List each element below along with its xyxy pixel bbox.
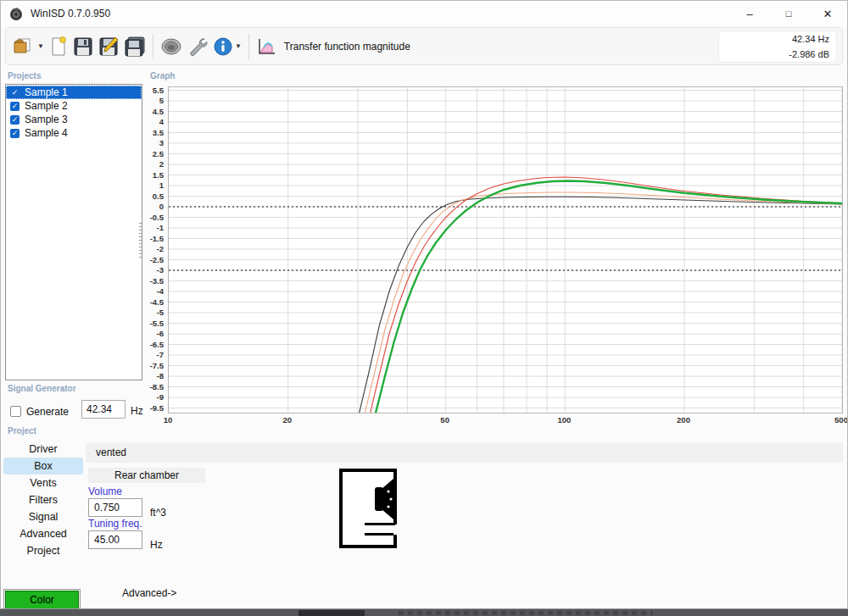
toolbar: ▼ xyxy=(5,27,843,65)
maximize-button[interactable]: □ xyxy=(769,1,808,26)
x-tick-label: 100 xyxy=(550,415,578,425)
info-icon xyxy=(213,36,233,57)
app-icon xyxy=(9,7,24,21)
new-project-button[interactable] xyxy=(47,32,70,61)
open-folder-icon xyxy=(14,36,36,57)
port-line-top xyxy=(365,523,395,525)
nav-item-driver[interactable]: Driver xyxy=(3,441,83,458)
box-type-field[interactable]: vented xyxy=(86,442,843,463)
y-tick-label: 5.5 xyxy=(142,86,164,95)
tuning-freq-input[interactable] xyxy=(88,530,142,549)
title-bar: WinISD 0.7.0.950 – □ ✕ xyxy=(1,1,847,26)
y-tick-label: 1 xyxy=(142,180,164,190)
y-tick-label: 0 xyxy=(142,202,164,211)
nav-item-signal[interactable]: Signal xyxy=(3,508,83,525)
volume-label: Volume xyxy=(88,486,122,497)
y-tick-label: -2.5 xyxy=(142,255,164,264)
toolbar-separator xyxy=(248,34,249,59)
y-tick-label: 1.5 xyxy=(142,170,164,180)
x-tick-label: 50 xyxy=(431,415,460,425)
plot-type-button[interactable] xyxy=(254,32,279,61)
y-tick-label: -1.5 xyxy=(142,234,164,243)
plot-type-label[interactable]: Transfer function magnitude xyxy=(284,41,410,53)
nav-item-advanced[interactable]: Advanced xyxy=(3,525,83,542)
info-dropdown-caret[interactable]: ▼ xyxy=(235,42,242,50)
y-tick-label: -7 xyxy=(142,350,164,359)
project-list-item[interactable]: ✓Sample 1 xyxy=(6,86,142,99)
save-icon xyxy=(73,36,93,57)
app-window: WinISD 0.7.0.950 – □ ✕ ▼ xyxy=(0,0,848,609)
y-tick-label: -6.5 xyxy=(142,340,164,349)
open-dropdown-caret[interactable]: ▼ xyxy=(37,42,44,50)
generator-frequency-input[interactable] xyxy=(81,400,126,419)
y-tick-label: -8 xyxy=(142,371,164,380)
y-tick-label: -3.5 xyxy=(142,276,164,286)
generate-label: Generate xyxy=(26,406,69,418)
driver-icon xyxy=(160,36,182,57)
toolbar-separator xyxy=(153,34,153,59)
tools-button[interactable] xyxy=(185,32,210,61)
project-checkbox[interactable]: ✓ xyxy=(10,115,20,125)
y-tick-label: -9 xyxy=(142,392,164,402)
tuning-freq-unit: Hz xyxy=(150,539,163,551)
cursor-frequency: 42.34 Hz xyxy=(726,34,829,44)
y-tick-label: -4 xyxy=(142,286,164,296)
nav-item-vents[interactable]: Vents xyxy=(3,474,83,491)
y-tick-label: -5 xyxy=(142,308,164,317)
y-tick-label: 2 xyxy=(142,159,164,169)
project-section-label: Project xyxy=(8,426,36,436)
y-tick-label: -9.5 xyxy=(142,403,164,413)
save-as-button[interactable] xyxy=(96,32,121,61)
info-button[interactable]: ▼ xyxy=(210,32,244,61)
volume-unit: ft^3 xyxy=(150,507,166,519)
x-tick-label: 20 xyxy=(273,415,302,425)
rear-chamber-tab[interactable]: Rear chamber xyxy=(88,468,205,483)
y-tick-label: -5.5 xyxy=(142,319,164,328)
y-tick-label: -8.5 xyxy=(142,382,164,391)
project-nav: DriverBoxVentsFiltersSignalAdvancedProje… xyxy=(3,441,83,559)
project-checkbox[interactable]: ✓ xyxy=(10,88,20,97)
projects-section-label: Projects xyxy=(8,71,41,80)
close-button[interactable]: ✕ xyxy=(808,1,847,26)
project-name: Sample 3 xyxy=(25,114,68,125)
project-checkbox[interactable]: ✓ xyxy=(10,102,20,111)
tuning-freq-label: Tuning freq. xyxy=(88,518,142,530)
project-list-item[interactable]: ✓Sample 2 xyxy=(6,99,142,113)
y-tick-label: 5 xyxy=(142,96,164,105)
project-list-item[interactable]: ✓Sample 3 xyxy=(6,113,142,126)
volume-input[interactable] xyxy=(88,498,142,517)
series-sample-2 xyxy=(369,177,842,413)
y-tick-label: -7.5 xyxy=(142,361,164,370)
minimize-button[interactable]: – xyxy=(730,1,769,26)
signal-generator-section-label: Signal Generator xyxy=(8,384,76,393)
cursor-readout: 42.34 Hz -2.986 dB xyxy=(718,31,837,63)
project-checkbox[interactable]: ✓ xyxy=(10,129,20,138)
y-tick-label: -4.5 xyxy=(142,297,164,307)
color-button[interactable]: Color xyxy=(5,591,79,609)
y-tick-label: 3.5 xyxy=(142,128,164,137)
graph-section-label: Graph xyxy=(150,71,175,80)
color-button-frame: Color xyxy=(3,589,81,609)
transfer-function-plot[interactable] xyxy=(168,86,843,413)
project-name: Sample 4 xyxy=(25,127,68,139)
projects-list: ✓Sample 1✓Sample 2✓Sample 3✓Sample 4 xyxy=(5,84,142,380)
advanced-link[interactable]: Advanced-> xyxy=(122,587,176,599)
y-tick-label: 2.5 xyxy=(142,149,164,158)
project-list-item[interactable]: ✓Sample 4 xyxy=(6,126,142,140)
box-diagram xyxy=(339,469,399,549)
open-button[interactable]: ▼ xyxy=(11,32,47,61)
save-all-button[interactable] xyxy=(121,32,148,61)
new-project-icon xyxy=(49,36,68,57)
y-tick-label: -6 xyxy=(142,329,164,338)
nav-item-box[interactable]: Box xyxy=(3,458,83,474)
y-tick-label: 4 xyxy=(142,117,164,126)
y-tick-label: -3 xyxy=(142,265,164,275)
y-tick-label: 0.5 xyxy=(142,191,164,201)
generate-checkbox[interactable] xyxy=(10,406,21,417)
driver-database-button[interactable] xyxy=(158,32,185,61)
series-sample-1 xyxy=(374,181,842,413)
nav-item-project[interactable]: Project xyxy=(3,542,83,559)
x-tick-label: 200 xyxy=(669,415,698,425)
save-button[interactable] xyxy=(70,32,96,61)
nav-item-filters[interactable]: Filters xyxy=(3,491,83,508)
